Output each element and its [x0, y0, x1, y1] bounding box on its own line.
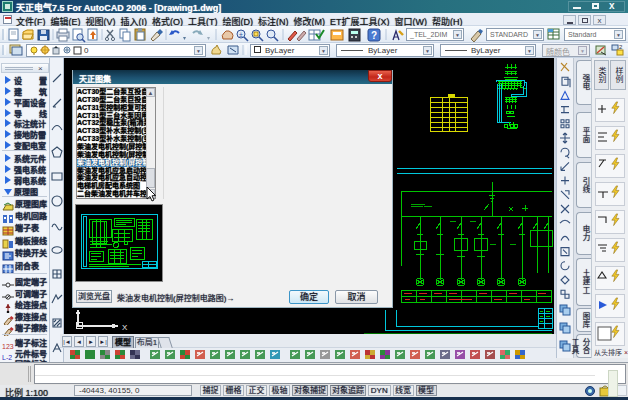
svg-text:?: ? — [371, 30, 377, 41]
svg-text:X: X — [122, 323, 128, 332]
svg-text:2: 2 — [619, 44, 623, 50]
svg-text:±: ± — [239, 31, 243, 38]
